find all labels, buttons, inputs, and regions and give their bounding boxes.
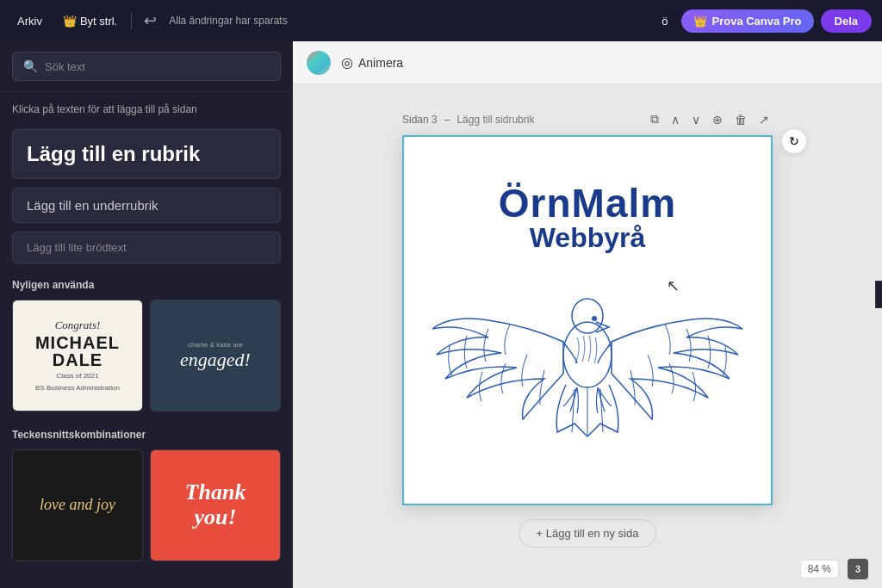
add-body-button[interactable]: Lägg till lite brödtext (12, 232, 281, 263)
add-heading-button[interactable]: Lägg till en rubrik (12, 129, 281, 179)
search-box: 🔍 (12, 52, 281, 81)
canvas-panel: Sidan 3 – ⧉ ∧ ∨ ⊕ 🗑 ↗ (402, 110, 773, 561)
engaged-top-text: charlie & katie are (188, 341, 243, 349)
love-card-inner: love and joy (13, 450, 142, 560)
share-button[interactable]: ↗ (755, 111, 773, 128)
page-title-input[interactable] (457, 114, 586, 126)
icon-o-button[interactable]: ö (655, 11, 674, 31)
engaged-template-card[interactable]: charlie & katie are engaged! (150, 300, 281, 412)
svg-text:Webbyrå: Webbyrå (530, 222, 646, 253)
delete-button[interactable]: 🗑 (731, 111, 750, 128)
sidebar-hint: Klicka på texten för att lägga till på s… (12, 102, 281, 117)
nav-down-button[interactable]: ∨ (688, 111, 704, 128)
search-icon: 🔍 (23, 59, 38, 73)
page-separator: – (444, 114, 450, 126)
svg-point-3 (572, 299, 603, 333)
sidebar-content: Klicka på texten för att lägga till på s… (0, 92, 293, 588)
svg-text:ÖrnMalm: ÖrnMalm (499, 181, 676, 226)
search-container: 🔍 (0, 41, 293, 92)
thankyou-card-inner: Thank you! (151, 450, 280, 560)
thankyou-script-text: Thank you! (185, 480, 246, 529)
canvas-content: ÖrnMalm Webbyrå (404, 137, 771, 504)
saved-status: Alla ändringar har sparats (169, 15, 648, 27)
add-page-button[interactable]: + Lägg till en ny sida (519, 519, 657, 548)
canvas-toolbar: ◎ Animera (293, 41, 882, 84)
canva-pro-button[interactable]: 👑 Prova Canva Pro (681, 9, 813, 33)
congrats-name1: MICHAEL (35, 334, 120, 351)
main-layout: 🔍 Klicka på texten för att lägga till på… (0, 41, 882, 588)
recently-used-title: Nyligen använda (12, 279, 281, 291)
svg-point-4 (592, 316, 597, 321)
page-label: Sidan 3 (402, 114, 438, 126)
page-label-bar: Sidan 3 – ⧉ ∧ ∨ ⊕ 🗑 ↗ (402, 110, 773, 128)
eagle-logo-svg: ÖrnMalm Webbyrå (424, 157, 751, 484)
divider (131, 12, 132, 29)
nav-up-button[interactable]: ∧ (668, 111, 683, 128)
combinations-title: Teckensnittskombinationer (12, 429, 281, 441)
crown-icon: 👑 (63, 15, 77, 28)
add-subheading-button[interactable]: Lägg till en underrubrik (12, 188, 281, 223)
canvas-bottom: + Lägg till en ny sida (402, 505, 773, 561)
congrats-sub2: BS Business Administration (35, 383, 120, 393)
byt-strl-button[interactable]: 👑 Byt strl. (56, 11, 124, 31)
congrats-name2: DALE (53, 351, 102, 368)
engaged-card-inner: charlie & katie are engaged! (151, 300, 280, 411)
combinations-grid: love and joy Thank you! (12, 449, 281, 561)
congrats-sub1: Class of 2021 (57, 371, 99, 381)
canvas-wrapper: Sidan 3 – ⧉ ∧ ∨ ⊕ 🗑 ↗ (293, 84, 882, 588)
dela-button[interactable]: Dela (821, 9, 872, 33)
canvas-refresh-button[interactable]: ↻ (781, 128, 807, 154)
sidebar: 🔍 Klicka på texten för att lägga till på… (0, 41, 293, 588)
congrats-script-text: Congrats! (55, 319, 101, 332)
svg-point-2 (563, 322, 612, 387)
copy-frame-button[interactable]: ⧉ (647, 110, 662, 128)
engaged-script-text: engaged! (180, 350, 251, 369)
recently-used-grid: Congrats! MICHAEL DALE Class of 2021 BS … (12, 300, 281, 412)
topbar: Arkiv 👑 Byt strl. ↩ Alla ändringar har s… (0, 0, 882, 41)
gradient-button[interactable] (307, 51, 331, 75)
page-label-icons: ⧉ ∧ ∨ ⊕ 🗑 ↗ (647, 110, 773, 128)
love-script-text: love and joy (40, 495, 115, 515)
search-input[interactable] (45, 60, 270, 73)
topbar-right: ö 👑 Prova Canva Pro Dela (655, 9, 872, 33)
thankyou-template-card[interactable]: Thank you! (150, 449, 281, 561)
love-template-card[interactable]: love and joy (12, 449, 143, 561)
crown-icon-pro: 👑 (693, 15, 707, 28)
congrats-card-inner: Congrats! MICHAEL DALE Class of 2021 BS … (13, 300, 142, 411)
animate-icon: ◎ (341, 54, 353, 71)
duplicate-button[interactable]: ⊕ (709, 111, 726, 128)
zoom-display: 84 % (800, 560, 839, 579)
page-count-badge: 3 (848, 559, 868, 579)
arkiv-button[interactable]: Arkiv (10, 11, 49, 31)
undo-button[interactable]: ↩ (139, 9, 162, 32)
animate-button[interactable]: ◎ Animera (341, 54, 403, 71)
canvas-footer: 84 % 3 (800, 559, 868, 579)
congrats-template-card[interactable]: Congrats! MICHAEL DALE Class of 2021 BS … (12, 300, 143, 412)
canvas-area: ◎ Animera Sidan 3 – ⧉ ∧ ∨ ⊕ 🗑 ↗ (293, 41, 882, 588)
canvas-frame[interactable]: ÖrnMalm Webbyrå (402, 135, 773, 505)
